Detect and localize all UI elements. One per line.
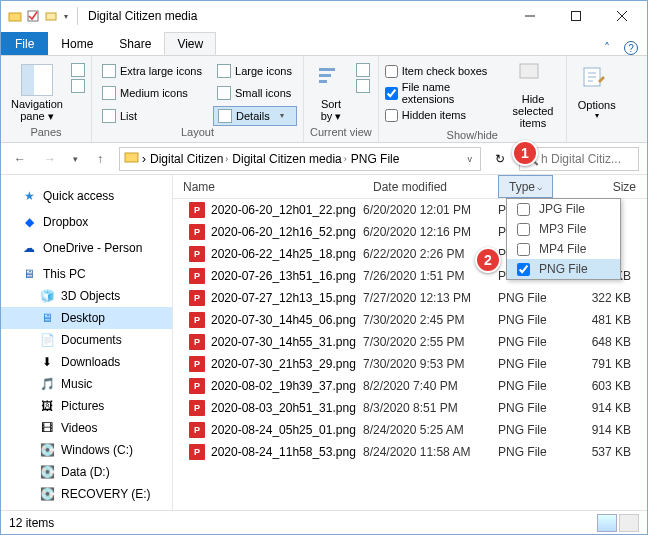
group-currentview-label: Current view [310, 126, 372, 140]
file-name: 2020-06-20_12h01_22.png [211, 203, 356, 217]
add-columns-icon[interactable] [356, 63, 370, 77]
drive-icon: 💽 [39, 464, 55, 480]
nav-videos[interactable]: 🎞Videos [1, 417, 172, 439]
tab-home[interactable]: Home [48, 32, 106, 55]
layout-medium-icons[interactable]: Medium icons [98, 83, 207, 103]
file-row[interactable]: P2020-08-02_19h39_37.png8/2/2020 7:40 PM… [173, 375, 647, 397]
file-row[interactable]: P2020-08-24_05h25_01.png8/24/2020 5:25 A… [173, 419, 647, 441]
nav-drive-d[interactable]: 💽Data (D:) [1, 461, 172, 483]
nav-desktop[interactable]: 🖥Desktop [1, 307, 172, 329]
layout-details[interactable]: Details▾ [213, 106, 297, 126]
refresh-button[interactable]: ↻ [489, 148, 511, 170]
group-showhide-label: Show/hide [385, 129, 560, 141]
file-size: 648 KB [553, 335, 647, 349]
preview-pane-icon[interactable] [71, 63, 85, 77]
cb-item-checkboxes[interactable]: Item check boxes [385, 61, 501, 81]
search-box[interactable]: 🔍 h Digital Citiz... 1 [519, 147, 639, 171]
filter-jpg[interactable]: JPG File [507, 199, 620, 219]
file-row[interactable]: P2020-07-30_14h55_31.png7/30/2020 2:55 P… [173, 331, 647, 353]
file-name: 2020-07-30_21h53_29.png [211, 357, 356, 371]
back-button[interactable]: ← [9, 148, 31, 170]
png-file-icon: P [189, 422, 205, 438]
breadcrumb-bar[interactable]: › Digital Citizen› Digital Citizen media… [119, 147, 481, 171]
annotation-1: 1 [512, 140, 538, 166]
nav-pictures[interactable]: 🖼Pictures [1, 395, 172, 417]
tab-file[interactable]: File [1, 32, 48, 55]
dropbox-icon: ◆ [21, 214, 37, 230]
viewmode-details[interactable] [597, 514, 617, 532]
nav-drive-e[interactable]: 💽RECOVERY (E:) [1, 483, 172, 505]
file-row[interactable]: P2020-07-30_21h53_29.png7/30/2020 9:53 P… [173, 353, 647, 375]
svg-rect-12 [125, 153, 138, 162]
png-file-icon: P [189, 268, 205, 284]
nav-dropbox[interactable]: ◆Dropbox [1, 211, 172, 233]
file-size: 322 KB [553, 291, 647, 305]
col-name[interactable]: Name [173, 175, 363, 198]
qat-dropdown[interactable]: ▾ [61, 8, 71, 24]
col-size[interactable]: Size [553, 175, 647, 198]
collapse-ribbon-button[interactable]: ˄ [599, 41, 623, 55]
filter-png[interactable]: PNG File [507, 259, 620, 279]
nav-drive-c[interactable]: 💽Windows (C:) [1, 439, 172, 461]
cb-hidden-items[interactable]: Hidden items [385, 105, 501, 125]
nav-documents[interactable]: 📄Documents [1, 329, 172, 351]
file-date: 7/30/2020 9:53 PM [363, 357, 498, 371]
file-type: PNG File [498, 445, 553, 459]
pc-icon: 🖥 [21, 266, 37, 282]
file-row[interactable]: P2020-07-30_14h45_06.png7/30/2020 2:45 P… [173, 309, 647, 331]
options-button[interactable]: Options▾ [573, 59, 621, 126]
sort-by-button[interactable]: Sortby ▾ [310, 59, 352, 126]
nav-onedrive[interactable]: ☁OneDrive - Person [1, 237, 172, 259]
nav-quick-access[interactable]: ★Quick access [1, 185, 172, 207]
type-filter-popup: JPG File MP3 File MP4 File PNG File 2 [506, 198, 621, 280]
hide-selected-items-button[interactable]: Hide selecteditems [506, 59, 559, 129]
file-row[interactable]: P2020-08-24_11h58_53.png8/24/2020 11:58 … [173, 441, 647, 463]
nav-this-pc[interactable]: 🖥This PC [1, 263, 172, 285]
file-row[interactable]: P2020-07-27_12h13_15.png7/27/2020 12:13 … [173, 287, 647, 309]
file-name: 2020-06-20_12h16_52.png [211, 225, 356, 239]
col-date[interactable]: Date modified [363, 175, 498, 198]
file-size: 914 KB [553, 423, 647, 437]
tab-share[interactable]: Share [106, 32, 164, 55]
col-type[interactable]: Type⌵ [498, 175, 553, 198]
crumb-2[interactable]: Digital Citizen media› [230, 152, 348, 166]
layout-small-icons[interactable]: Small icons [213, 83, 297, 103]
png-file-icon: P [189, 224, 205, 240]
up-button[interactable]: ↑ [89, 148, 111, 170]
crumb-1[interactable]: Digital Citizen› [148, 152, 230, 166]
layout-list[interactable]: List [98, 106, 207, 126]
crumb-3[interactable]: PNG File [349, 152, 402, 166]
group-layout-label: Layout [98, 126, 297, 140]
desktop-icon: 🖥 [39, 310, 55, 326]
address-dropdown[interactable]: v [464, 154, 477, 164]
file-row[interactable]: P2020-08-03_20h51_31.png8/3/2020 8:51 PM… [173, 397, 647, 419]
close-button[interactable] [599, 1, 645, 31]
maximize-button[interactable] [553, 1, 599, 31]
file-name: 2020-08-03_20h51_31.png [211, 401, 356, 415]
layout-large-icons[interactable]: Large icons [213, 61, 297, 81]
layout-extra-large-icons[interactable]: Extra large icons [98, 61, 207, 81]
png-file-icon: P [189, 246, 205, 262]
tab-view[interactable]: View [164, 32, 216, 55]
pictures-icon: 🖼 [39, 398, 55, 414]
filter-mp3[interactable]: MP3 File [507, 219, 620, 239]
drive-icon: 💽 [39, 442, 55, 458]
column-headers: Name Date modified Type⌵ Size JPG File M… [173, 175, 647, 199]
details-pane-icon[interactable] [71, 79, 85, 93]
nav-downloads[interactable]: ⬇Downloads [1, 351, 172, 373]
help-button[interactable]: ? [623, 41, 647, 55]
viewmode-icons[interactable] [619, 514, 639, 532]
cb-file-name-ext[interactable]: File name extensions [385, 83, 501, 103]
size-columns-icon[interactable] [356, 79, 370, 93]
nav-3d-objects[interactable]: 🧊3D Objects [1, 285, 172, 307]
filter-mp4[interactable]: MP4 File [507, 239, 620, 259]
file-date: 7/27/2020 12:13 PM [363, 291, 498, 305]
nav-music[interactable]: 🎵Music [1, 373, 172, 395]
qat-properties-icon[interactable] [25, 8, 41, 24]
minimize-button[interactable] [507, 1, 553, 31]
file-name: 2020-08-24_11h58_53.png [211, 445, 356, 459]
navigation-pane-button[interactable]: Navigationpane ▾ [7, 59, 67, 126]
recent-locations[interactable]: ▾ [69, 148, 81, 170]
qat-newfolder-icon[interactable] [43, 8, 59, 24]
forward-button[interactable]: → [39, 148, 61, 170]
